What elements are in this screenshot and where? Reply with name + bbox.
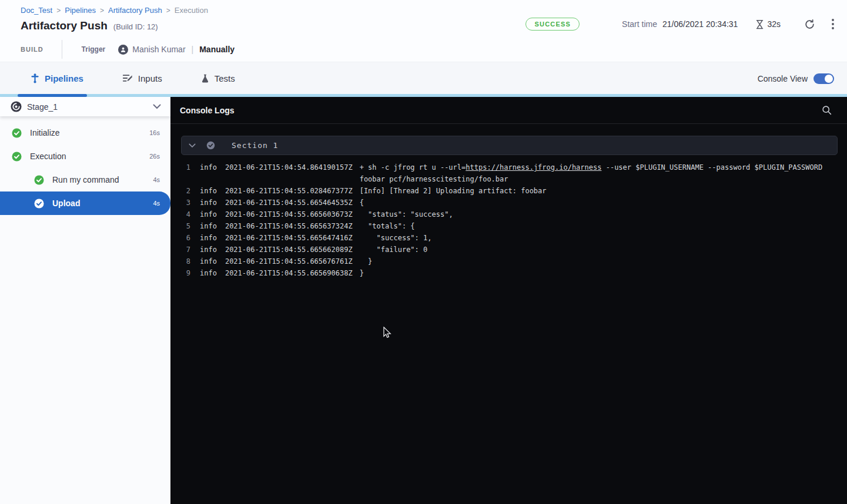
log-line-number: 5 (181, 220, 190, 232)
log-timestamp: 2021-06-21T15:04:54.864190157Z (225, 162, 353, 173)
log-message: { (360, 197, 838, 209)
log-timestamp: 2021-06-21T15:04:55.665464535Z (225, 197, 353, 209)
tab-inputs[interactable]: Inputs (122, 73, 162, 83)
tab-label: Tests (215, 73, 235, 83)
log-message: [Info] [Thread 2] Uploading artifact: fo… (360, 185, 838, 197)
log-message: "success": 1, (360, 232, 838, 244)
log-line-number: 4 (181, 209, 190, 220)
page-title: Artifactory Push (21, 19, 108, 32)
execution-sidebar: Stage_1 Initialize 16s Execution 26s Run… (0, 97, 170, 504)
breadcrumb-separator: > (166, 6, 170, 15)
toggle-knob (825, 75, 833, 83)
log-line: 5 info 2021-06-21T15:04:55.665637324Z "t… (170, 220, 847, 232)
log-level: info (200, 220, 217, 232)
search-icon[interactable] (822, 105, 832, 115)
log-line: 4 info 2021-06-21T15:04:55.665603673Z "s… (170, 209, 847, 220)
log-level: info (200, 185, 217, 197)
user-avatar-icon (118, 45, 128, 55)
log-line: 6 info 2021-06-21T15:04:55.665647416Z "s… (170, 232, 847, 244)
stage-icon (11, 101, 22, 112)
log-section-header[interactable]: Section 1 (181, 136, 838, 155)
log-level: info (200, 197, 217, 209)
log-timestamp: 2021-06-21T15:04:55.665637324Z (225, 220, 353, 232)
log-timestamp: 2021-06-21T15:04:55.665676761Z (225, 256, 353, 267)
tab-bar: Pipelines Inputs Tests Console View (0, 62, 847, 94)
log-line: 7 info 2021-06-21T15:04:55.665662089Z "f… (170, 244, 847, 256)
tab-label: Inputs (138, 73, 162, 83)
log-line: 9 info 2021-06-21T15:04:55.665690638Z } (170, 267, 847, 279)
log-message: "totals": { (360, 220, 838, 232)
log-line-number: 9 (181, 267, 190, 279)
log-timestamp: 2021-06-21T15:04:55.665690638Z (225, 267, 353, 279)
log-line: 2 info 2021-06-21T15:04:55.028467377Z [I… (170, 185, 847, 197)
step-success-icon (34, 199, 44, 209)
log-line-number: 6 (181, 232, 190, 244)
log-timestamp: 2021-06-21T15:04:55.665662089Z (225, 244, 353, 256)
trigger-label: Trigger (82, 45, 106, 53)
tab-label: Pipelines (45, 73, 83, 83)
duration-value: 32s (767, 19, 781, 29)
console-logs-title: Console Logs (180, 106, 822, 115)
log-link[interactable]: https://harness.jfrog.io/harness (466, 163, 601, 172)
step-duration: 16s (149, 129, 160, 136)
console-view-toggle[interactable] (813, 73, 834, 84)
step-success-icon (12, 128, 22, 138)
log-level: info (200, 232, 217, 244)
log-line: 8 info 2021-06-21T15:04:55.665676761Z } (170, 256, 847, 267)
sidebar-step[interactable]: Initialize 16s (0, 121, 170, 145)
log-message: } (360, 267, 838, 279)
divider (62, 40, 62, 59)
step-name: Execution (30, 152, 149, 161)
step-duration: 4s (153, 200, 160, 207)
breadcrumb-current: Execution (175, 6, 208, 15)
sidebar-step[interactable]: Execution 26s (0, 145, 170, 168)
step-success-icon (34, 175, 44, 185)
log-message: } (360, 256, 838, 267)
log-timestamp: 2021-06-21T15:04:55.665647416Z (225, 232, 353, 244)
log-output: 1 info 2021-06-21T15:04:54.864190157Z + … (170, 162, 847, 279)
console-view-label: Console View (758, 74, 808, 83)
section-label: Section 1 (232, 141, 278, 150)
stage-selector[interactable]: Stage_1 (0, 97, 170, 116)
breadcrumb-pipelines[interactable]: Pipelines (65, 6, 96, 15)
log-message: "status": "success", (360, 209, 838, 220)
chevron-down-icon[interactable] (189, 143, 196, 148)
stage-name: Stage_1 (27, 102, 153, 112)
log-line-number: 2 (181, 185, 190, 197)
log-level: info (200, 209, 217, 220)
step-duration: 26s (149, 153, 160, 160)
log-line-number: 3 (181, 197, 190, 209)
log-timestamp: 2021-06-21T15:04:55.028467377Z (225, 185, 353, 197)
step-name: Upload (52, 199, 153, 208)
log-message: "failure": 0 (360, 244, 838, 256)
start-time-label: Start time (622, 19, 657, 29)
more-options-button[interactable] (832, 19, 834, 29)
log-line-number: 8 (181, 256, 190, 267)
step-name: Initialize (30, 128, 149, 137)
build-id-label: (Build ID: 12) (113, 22, 158, 31)
pipeline-icon (31, 73, 39, 83)
breadcrumb-separator: > (100, 6, 104, 15)
step-list: Initialize 16s Execution 26s Run my comm… (0, 116, 170, 215)
hourglass-icon (755, 19, 764, 29)
log-level: info (200, 256, 217, 267)
step-duration: 4s (153, 176, 160, 183)
breadcrumb-artifactory-push[interactable]: Artifactory Push (108, 6, 162, 15)
log-line-number: 1 (181, 162, 190, 173)
step-name: Run my command (52, 175, 153, 184)
refresh-button[interactable] (804, 19, 815, 30)
trigger-type-label: Manually (199, 45, 235, 54)
tab-tests[interactable]: Tests (201, 73, 235, 83)
build-type-label: BUILD (21, 46, 43, 53)
sidebar-step[interactable]: Run my command 4s (0, 168, 170, 191)
breadcrumb: Doc_Test > Pipelines > Artifactory Push … (21, 6, 847, 15)
start-time-value: 21/06/2021 20:34:31 (662, 19, 738, 29)
trigger-user-name: Manish Kumar (132, 45, 185, 54)
chevron-down-icon[interactable] (153, 104, 161, 109)
tab-pipelines[interactable]: Pipelines (31, 73, 83, 83)
breadcrumb-doc-test[interactable]: Doc_Test (21, 6, 52, 15)
log-line: 1 info 2021-06-21T15:04:54.864190157Z + … (170, 162, 847, 185)
log-level: info (200, 162, 217, 173)
inputs-icon (122, 73, 133, 83)
sidebar-step[interactable]: Upload 4s (0, 191, 170, 215)
